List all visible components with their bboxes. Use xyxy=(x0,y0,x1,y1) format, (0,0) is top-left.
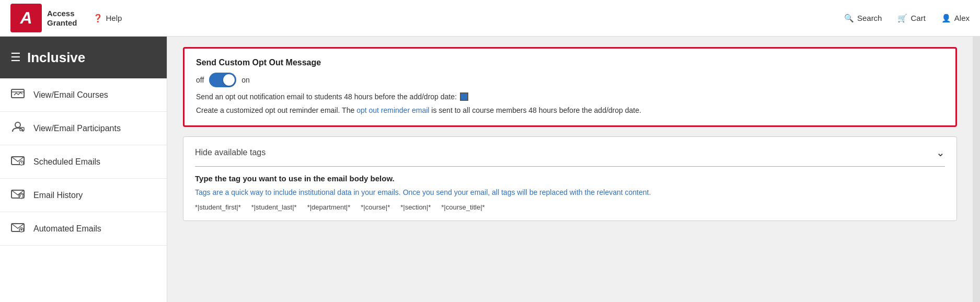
tag-course: *|course|* xyxy=(361,203,390,211)
search-icon: 🔍 xyxy=(844,14,854,23)
cart-icon: 🛒 xyxy=(897,14,907,23)
user-icon: 👤 xyxy=(941,14,951,23)
card-title: Send Custom Opt Out Message xyxy=(196,58,944,67)
layout: ☰ Inclusive View/Email Courses xyxy=(0,37,980,302)
sidebar: ☰ Inclusive View/Email Courses xyxy=(0,37,167,302)
tag-student-last: *|student_last|* xyxy=(251,203,297,211)
scheduled-emails-icon xyxy=(10,155,25,169)
user-button[interactable]: 👤 Alex xyxy=(941,14,970,23)
send-custom-opt-out-card: Send Custom Opt Out Message off on Send … xyxy=(183,47,957,127)
tag-section: *|section|* xyxy=(400,203,431,211)
chevron-down-icon: ⌄ xyxy=(936,146,945,159)
help-icon: ❓ xyxy=(93,14,103,23)
scrollbar[interactable] xyxy=(973,37,980,302)
logo-area: A Access Granted xyxy=(10,4,77,32)
courses-icon xyxy=(10,88,25,102)
logo-letter: A xyxy=(20,8,32,28)
search-button[interactable]: 🔍 Search xyxy=(844,14,882,23)
description-text: Create a customized opt out reminder ema… xyxy=(196,105,944,116)
tags-list: *|student_first|* *|student_last|* *|dep… xyxy=(195,203,945,211)
logo-icon: A xyxy=(10,4,42,32)
toggle-on-label: on xyxy=(241,76,250,84)
sidebar-item-label: View/Email Participants xyxy=(33,124,121,133)
help-button[interactable]: ❓ Help xyxy=(93,14,122,23)
divider xyxy=(195,166,945,167)
svg-point-2 xyxy=(15,122,20,127)
sidebar-item-label: Email History xyxy=(33,191,83,200)
automated-emails-icon xyxy=(10,222,25,236)
sidebar-item-automated-emails[interactable]: Automated Emails xyxy=(0,212,167,246)
toggle-row: off on xyxy=(196,73,944,87)
tags-body-title: Type the tag you want to use in the emai… xyxy=(195,174,945,183)
sidebar-section-label: Inclusive xyxy=(27,50,85,66)
checkbox-icon[interactable] xyxy=(460,92,468,101)
sidebar-item-email-history[interactable]: Email History xyxy=(0,179,167,212)
tags-header-label: Hide available tags xyxy=(195,148,266,157)
sidebar-item-view-email-courses[interactable]: View/Email Courses xyxy=(0,78,167,112)
toggle-off-label: off xyxy=(196,76,204,84)
toggle-switch[interactable] xyxy=(209,73,236,87)
tag-department: *|department|* xyxy=(307,203,351,211)
header-right: 🔍 Search 🛒 Cart 👤 Alex xyxy=(844,14,970,23)
sidebar-header-icon: ☰ xyxy=(10,51,21,64)
notification-text: Send an opt out notification email to st… xyxy=(196,92,944,101)
opt-out-link[interactable]: opt out reminder email xyxy=(356,106,429,114)
sidebar-item-view-email-participants[interactable]: View/Email Participants xyxy=(0,112,167,145)
cart-button[interactable]: 🛒 Cart xyxy=(897,14,925,23)
tag-course-title: *|course_title|* xyxy=(441,203,485,211)
email-history-icon xyxy=(10,188,25,202)
tag-student-first: *|student_first|* xyxy=(195,203,241,211)
participants-icon xyxy=(10,121,25,135)
main-content: Send Custom Opt Out Message off on Send … xyxy=(167,37,973,302)
sidebar-header: ☰ Inclusive xyxy=(0,37,167,78)
tags-header[interactable]: Hide available tags ⌄ xyxy=(195,146,945,159)
sidebar-item-label: Scheduled Emails xyxy=(33,157,100,167)
sidebar-item-label: View/Email Courses xyxy=(33,90,108,100)
tags-card: Hide available tags ⌄ Type the tag you w… xyxy=(183,136,957,221)
logo-text: Access Granted xyxy=(47,9,77,28)
sidebar-item-scheduled-emails[interactable]: Scheduled Emails xyxy=(0,145,167,179)
tags-desc: Tags are a quick way to include institut… xyxy=(195,187,945,198)
sidebar-item-label: Automated Emails xyxy=(33,224,101,234)
header: A Access Granted ❓ Help 🔍 Search 🛒 Cart … xyxy=(0,0,980,37)
